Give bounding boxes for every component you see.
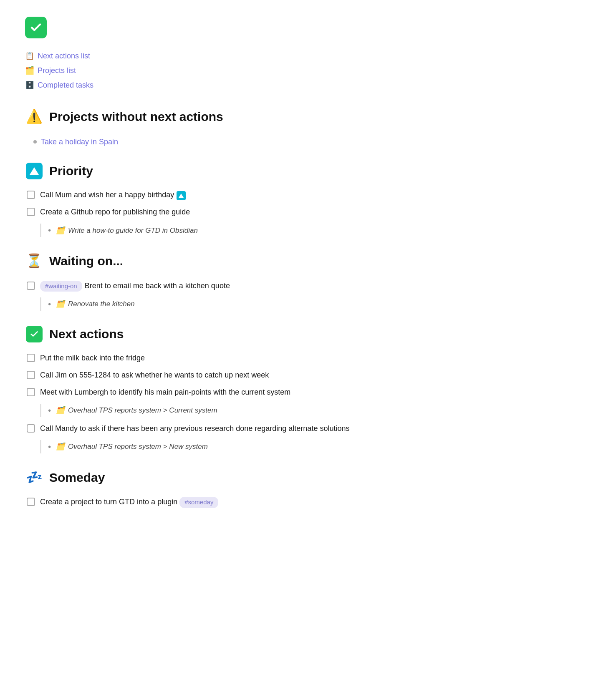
nav-link-0[interactable]: Next actions list [38,50,90,62]
section-icon-priority [25,163,43,179]
section-title-someday: Someday [49,468,105,488]
warning-icon: ⚠️ [26,106,43,127]
bullet: • [48,224,51,237]
task-item-2-0: #waiting-onBrent to email me back with a… [25,280,351,292]
sub-item-text: Overhaul TPS reports system > New system [68,441,208,452]
section-icon-projects-without-next-actions: ⚠️ [25,106,43,127]
nav-link-1[interactable]: Projects list [38,65,76,77]
bullet: • [48,297,51,311]
check-icon [26,326,43,342]
inline-priority-badge [177,191,186,200]
warning-link-0[interactable]: Take a holiday in Spain [41,136,118,148]
nav-item: 📋Next actions list [25,50,351,62]
section-title-next-actions: Next actions [49,324,124,344]
task-text-1-0: Call Mum and wish her a happy birthday [40,189,186,201]
section-header-priority: Priority [25,161,351,181]
tag-badge: #waiting-on [40,281,82,292]
section-next-actions: Next actions Put the milk back into the … [25,324,351,453]
priority-icon [26,163,43,179]
sub-item-emoji: 🗂️ [56,298,65,310]
sub-item-emoji: 🗂️ [56,225,65,236]
page-header [25,17,351,38]
task-checkbox-1-0[interactable] [27,191,35,199]
section-waiting-on: ⏳ Waiting on... #waiting-onBrent to emai… [25,250,351,311]
hourglass-icon: ⏳ [26,250,43,272]
task-checkbox-4-0[interactable] [27,498,35,506]
section-header-next-actions: Next actions [25,324,351,344]
task-text-3-1: Call Jim on 555-1284 to ask whether he w… [40,370,269,381]
task-text-2-0: #waiting-onBrent to email me back with a… [40,280,230,292]
task-checkbox-1-1[interactable] [27,208,35,216]
nav-icon-1: 🗂️ [25,65,34,77]
task-text-1-1: Create a Github repo for publishing the … [40,206,190,218]
section-header-projects-without-next-actions: ⚠️ Projects without next actions [25,106,351,127]
sub-item-container: • 🗂️ Overhaul TPS reports system > Curre… [40,404,351,417]
bullet: • [48,440,51,453]
sub-item-text: Overhaul TPS reports system > Current sy… [68,405,217,416]
task-item-4-0: Create a project to turn GTD into a plug… [25,496,351,508]
nav-links: 📋Next actions list🗂️Projects list🗄️Compl… [25,50,351,91]
sub-item-emoji: 🗂️ [56,441,65,452]
nav-item: 🗄️Completed tasks [25,79,351,91]
sub-item-container: • 🗂️ Renovate the kitchen [40,297,351,311]
task-checkbox-3-2[interactable] [27,388,35,396]
task-text-3-0: Put the milk back into the fridge [40,352,145,364]
sub-item: • 🗂️ Write a how-to guide for GTD in Obs… [48,224,351,237]
section-title-waiting-on: Waiting on... [49,251,123,271]
sleep-icon: 💤 [26,467,43,488]
section-icon-next-actions [25,326,43,342]
section-someday: 💤 Someday Create a project to turn GTD i… [25,467,351,508]
section-icon-someday: 💤 [25,467,43,488]
task-item-3-1: Call Jim on 555-1284 to ask whether he w… [25,370,351,381]
sub-item-text: Write a how-to guide for GTD in Obsidian [68,225,198,236]
sub-item-emoji: 🗂️ [56,405,65,416]
section-header-someday: 💤 Someday [25,467,351,488]
nav-link-2[interactable]: Completed tasks [38,79,93,91]
tag-badge: #someday [179,497,218,508]
section-projects-without-next-actions: ⚠️ Projects without next actions Take a … [25,106,351,148]
task-checkbox-3-1[interactable] [27,371,35,379]
section-icon-waiting-on: ⏳ [25,250,43,272]
sub-item: • 🗂️ Overhaul TPS reports system > New s… [48,440,351,453]
sub-item: • 🗂️ Overhaul TPS reports system > Curre… [48,404,351,417]
sub-item-container: • 🗂️ Overhaul TPS reports system > New s… [40,440,351,453]
task-text-3-2: Meet with Lumbergh to identify his main … [40,387,290,398]
sub-item: • 🗂️ Renovate the kitchen [48,297,351,311]
bullet: • [48,404,51,417]
section-title-priority: Priority [49,161,93,181]
nav-item: 🗂️Projects list [25,65,351,77]
task-item-1-1: Create a Github repo for publishing the … [25,206,351,218]
task-item-1-0: Call Mum and wish her a happy birthday [25,189,351,201]
warning-bullet [33,140,37,143]
section-header-waiting-on: ⏳ Waiting on... [25,250,351,272]
sub-item-text: Renovate the kitchen [68,298,135,310]
task-text-4-0: Create a project to turn GTD into a plug… [40,496,221,508]
task-checkbox-3-3[interactable] [27,424,35,433]
tasks-app-icon [25,17,47,38]
warning-item-0: Take a holiday in Spain [33,136,351,148]
task-text-3-3: Call Mandy to ask if there has been any … [40,423,349,434]
task-item-3-2: Meet with Lumbergh to identify his main … [25,387,351,398]
task-checkbox-2-0[interactable] [27,282,35,290]
task-checkbox-3-0[interactable] [27,354,35,362]
sub-item-container: • 🗂️ Write a how-to guide for GTD in Obs… [40,224,351,237]
nav-icon-2: 🗄️ [25,79,34,91]
task-item-3-0: Put the milk back into the fridge [25,352,351,364]
task-item-3-3: Call Mandy to ask if there has been any … [25,423,351,434]
section-priority: Priority Call Mum and wish her a happy b… [25,161,351,237]
section-title-projects-without-next-actions: Projects without next actions [49,107,223,127]
nav-icon-0: 📋 [25,50,34,62]
main-content: ⚠️ Projects without next actions Take a … [25,106,351,508]
